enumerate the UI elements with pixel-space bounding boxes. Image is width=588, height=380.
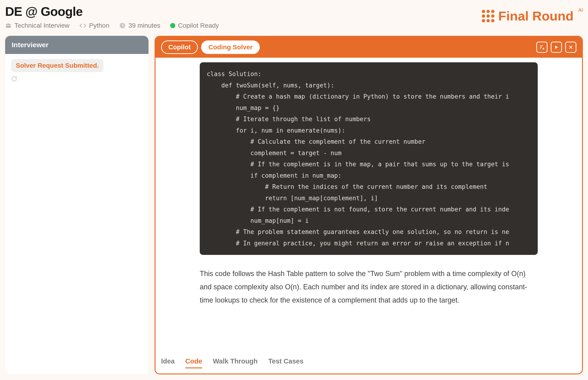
brand-logo: Final Round AI (482, 8, 583, 23)
page-title: DE @ Google (5, 4, 219, 19)
clock-icon (119, 22, 126, 29)
svg-marker-4 (555, 46, 558, 49)
solver-request-badge: Solver Request Submitted. (11, 59, 103, 72)
interview-type-label: Technical Interview (14, 22, 70, 29)
tab-code[interactable]: Code (185, 358, 202, 368)
duration-label: 39 minutes (128, 22, 160, 29)
panel-body: class Solution: def twoSum(self, nums, t… (156, 58, 582, 374)
copilot-status-label: Copilot Ready (178, 22, 219, 29)
main: Interviewer Solver Request Submitted. Co… (5, 36, 583, 374)
tab-walkthrough[interactable]: Walk Through (213, 358, 258, 368)
logo-dots-icon (482, 10, 494, 22)
meta-language: Python (79, 22, 109, 29)
play-button[interactable] (551, 42, 562, 53)
header-left: DE @ Google Technical Interview Python 3… (5, 4, 219, 29)
sort-button[interactable] (536, 42, 547, 53)
sidebar: Interviewer Solver Request Submitted. (5, 36, 148, 374)
sidebar-body: Solver Request Submitted. (5, 54, 148, 88)
panel-actions (536, 42, 576, 53)
code-block[interactable]: class Solution: def twoSum(self, nums, t… (200, 62, 538, 255)
brand-suffix: AI (578, 7, 583, 13)
coding-panel: Copilot Coding Solver class Solution: de… (155, 36, 583, 374)
bottom-tabs: Idea Code Walk Through Test Cases (161, 358, 304, 368)
tab-testcases[interactable]: Test Cases (268, 358, 304, 368)
meta-copilot-status: Copilot Ready (170, 22, 219, 29)
refresh-icon[interactable] (11, 76, 142, 83)
explanation-text: This code follows the Hash Table pattern… (200, 267, 538, 307)
meta-duration: 39 minutes (119, 22, 160, 29)
meta-row: Technical Interview Python 39 minutes Co… (5, 22, 219, 29)
tab-coding-solver[interactable]: Coding Solver (201, 40, 260, 54)
code-icon (79, 22, 86, 29)
briefcase-icon (5, 22, 12, 29)
play-icon (553, 44, 559, 50)
meta-interview-type: Technical Interview (5, 22, 70, 29)
tab-copilot[interactable]: Copilot (161, 40, 198, 54)
header: DE @ Google Technical Interview Python 3… (5, 4, 583, 29)
status-dot-icon (170, 23, 175, 28)
close-icon (568, 44, 574, 50)
language-label: Python (89, 22, 109, 29)
brand-name: Final Round (498, 8, 574, 23)
tab-idea[interactable]: Idea (161, 358, 175, 368)
close-button[interactable] (565, 42, 576, 53)
panel-header: Copilot Coding Solver (156, 37, 582, 58)
sort-icon (539, 44, 545, 50)
sidebar-title: Interviewer (5, 36, 148, 54)
